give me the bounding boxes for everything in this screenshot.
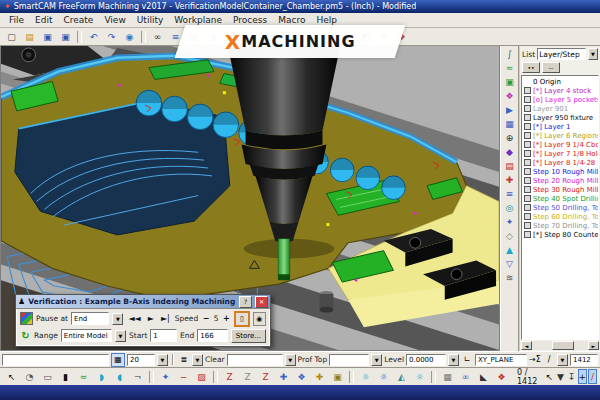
- menu-item[interactable]: Process: [228, 15, 272, 25]
- help-globe-icon[interactable]: ◉: [121, 29, 138, 45]
- level-field[interactable]: 0.0000: [406, 354, 446, 366]
- tolerance-field[interactable]: 20: [127, 354, 155, 366]
- sphere-right-icon[interactable]: ◗: [93, 369, 110, 385]
- circle-teal-icon[interactable]: ◎: [502, 201, 517, 215]
- box-olive-icon[interactable]: ▣: [329, 369, 346, 385]
- spark-icon[interactable]: ✦: [157, 369, 174, 385]
- stop-mode-toggle[interactable]: ◉: [253, 312, 266, 326]
- arc-icon[interactable]: ≈: [75, 369, 92, 385]
- step-forward-button[interactable]: ►|: [159, 314, 172, 323]
- layers-stack-icon[interactable]: ≣: [178, 354, 190, 366]
- prof-top-field[interactable]: [329, 354, 369, 366]
- layer-list-item[interactable]: [o] Layer 5 pockets: [522, 95, 598, 104]
- minus-red-icon[interactable]: −: [175, 369, 192, 385]
- layer-list-item[interactable]: Step 40 Spot Drilling: [522, 194, 598, 203]
- arrow-path-icon[interactable]: ▶: [502, 103, 517, 117]
- layer-list-item[interactable]: [*] Step 80 Counterb: [522, 230, 598, 239]
- layer-list-item[interactable]: Layer 950 fixture: [522, 113, 598, 122]
- layer-list-item[interactable]: Step 50 Drilling, To: [522, 203, 598, 212]
- grid-snap-icon[interactable]: ▦: [111, 353, 125, 367]
- gem-blue-icon[interactable]: ❖: [293, 369, 310, 385]
- new-file-icon[interactable]: ▢: [3, 29, 20, 45]
- layer-list-item[interactable]: Layer 901: [522, 104, 598, 113]
- menu-item[interactable]: Workplane: [169, 15, 227, 25]
- workplane-axis-icon[interactable]: ∟: [461, 354, 473, 366]
- burst-cyan-icon[interactable]: ☼: [357, 369, 374, 385]
- speed-plus-button[interactable]: +: [222, 314, 232, 324]
- tri-cyan-icon[interactable]: ▲: [502, 243, 517, 257]
- drop-level-icon[interactable]: ↧: [566, 369, 576, 385]
- corner-dark-icon[interactable]: ◣: [475, 369, 492, 385]
- title-bar[interactable]: ✦ SmartCAM FreeForm Machining v2017 - Ve…: [0, 0, 600, 13]
- hatch-icon[interactable]: ▨: [193, 369, 210, 385]
- rewind-button[interactable]: ◄◄: [126, 314, 142, 323]
- undo-icon[interactable]: ↶: [85, 29, 102, 45]
- menu-item[interactable]: Create: [59, 15, 99, 25]
- glasses-icon[interactable]: ∞: [457, 369, 474, 385]
- pause-at-dropdown-icon[interactable]: ▼: [112, 313, 123, 325]
- window-icon[interactable]: ▦: [439, 369, 456, 385]
- spark-blue-icon[interactable]: ✦: [502, 215, 517, 229]
- layer-list-item[interactable]: [*] Layer 6 Regions: [522, 131, 598, 140]
- layer-list-item[interactable]: [*] Layer 4 stock: [522, 86, 598, 95]
- scroll-right-icon[interactable]: ►: [588, 341, 599, 350]
- menu-item[interactable]: Macro: [273, 15, 310, 25]
- scroll-left-icon[interactable]: ◄: [521, 341, 532, 350]
- target-icon[interactable]: ⊕: [502, 131, 517, 145]
- filter-dropdown-icon[interactable]: ▼: [285, 354, 296, 366]
- scroll-track[interactable]: [532, 341, 588, 350]
- coord-dropdown-icon[interactable]: ▼: [557, 354, 568, 366]
- dialog-help-button[interactable]: ?: [239, 296, 252, 308]
- save-icon[interactable]: ▣: [39, 29, 56, 45]
- select-all-button[interactable]: ••: [522, 62, 540, 73]
- gem-icon[interactable]: ◆: [502, 145, 517, 159]
- view-glasses-icon[interactable]: ∞: [149, 29, 166, 45]
- tri-blue-icon[interactable]: ▽: [502, 257, 517, 271]
- layers-red-icon[interactable]: ▤: [502, 159, 517, 173]
- level-dropdown-icon[interactable]: ▼: [448, 354, 459, 366]
- layer-list-item[interactable]: [*] Layer 7 1/8 Holes: [522, 149, 598, 158]
- filter-field[interactable]: [227, 354, 283, 366]
- tolerance-dropdown-icon[interactable]: ▼: [157, 354, 168, 366]
- cursor-mode-icon[interactable]: ↖: [544, 369, 554, 385]
- cross-red-icon[interactable]: ✚: [502, 173, 517, 187]
- viewport-3d[interactable]: ♟ Verification : Example B-Axis Indexing…: [0, 46, 500, 351]
- layer-list-item[interactable]: Step 20 Rough Milli: [522, 176, 598, 185]
- verification-dialog[interactable]: ♟ Verification : Example B-Axis Indexing…: [15, 294, 271, 347]
- move-blue-icon[interactable]: ✚: [275, 369, 292, 385]
- corner-icon[interactable]: ¬: [129, 369, 146, 385]
- menu-item[interactable]: Help: [311, 15, 342, 25]
- sum-jump-icon[interactable]: →Σ: [529, 354, 541, 366]
- menu-item[interactable]: View: [99, 15, 130, 25]
- range-select[interactable]: Entire Model: [61, 329, 112, 342]
- waves-icon[interactable]: ≋: [502, 271, 517, 285]
- show-tool-toggle[interactable]: ▯: [234, 311, 249, 327]
- layer-list-item[interactable]: Step 70 Drilling, To: [522, 221, 598, 230]
- zoom-in-button[interactable]: +: [578, 369, 588, 384]
- redo-icon[interactable]: ↷: [103, 29, 120, 45]
- menu-item[interactable]: File: [4, 15, 29, 25]
- pause-at-select[interactable]: End: [71, 312, 109, 325]
- z-depth-red2-icon[interactable]: Z: [257, 369, 274, 385]
- layers-dropdown-icon[interactable]: ▼: [192, 354, 203, 366]
- select-arrow-icon[interactable]: ↖: [3, 369, 20, 385]
- select-none-button[interactable]: --: [542, 62, 560, 73]
- scroll-thumb[interactable]: [552, 341, 574, 350]
- grid-surface-icon[interactable]: ▦: [502, 117, 517, 131]
- gear-red-icon[interactable]: ❖: [493, 369, 510, 385]
- layer-list-item[interactable]: Step 10 Rough Milli: [522, 167, 598, 176]
- move-yellow-icon[interactable]: ✚: [311, 369, 328, 385]
- burst-teal-icon[interactable]: ☼: [411, 369, 428, 385]
- play-button[interactable]: ►: [146, 314, 156, 323]
- store-button[interactable]: Store...: [231, 329, 266, 343]
- hex-gray-icon[interactable]: ◇: [502, 229, 517, 243]
- sphere-left-icon[interactable]: ◖: [111, 369, 128, 385]
- profile-path-icon[interactable]: ∫: [502, 47, 517, 61]
- z-depth-red-icon[interactable]: Z: [221, 369, 238, 385]
- range-dropdown-icon[interactable]: ▼: [115, 330, 126, 342]
- list-type-select[interactable]: Layer/Step: [537, 48, 586, 60]
- list-dropdown-icon[interactable]: ▼: [588, 48, 598, 60]
- layer-list-item[interactable]: Step 60 Drilling, To: [522, 212, 598, 221]
- line-icon[interactable]: ▭: [39, 369, 56, 385]
- layer-list-item[interactable]: [*] Layer 8 1/4-28 Ho: [522, 158, 598, 167]
